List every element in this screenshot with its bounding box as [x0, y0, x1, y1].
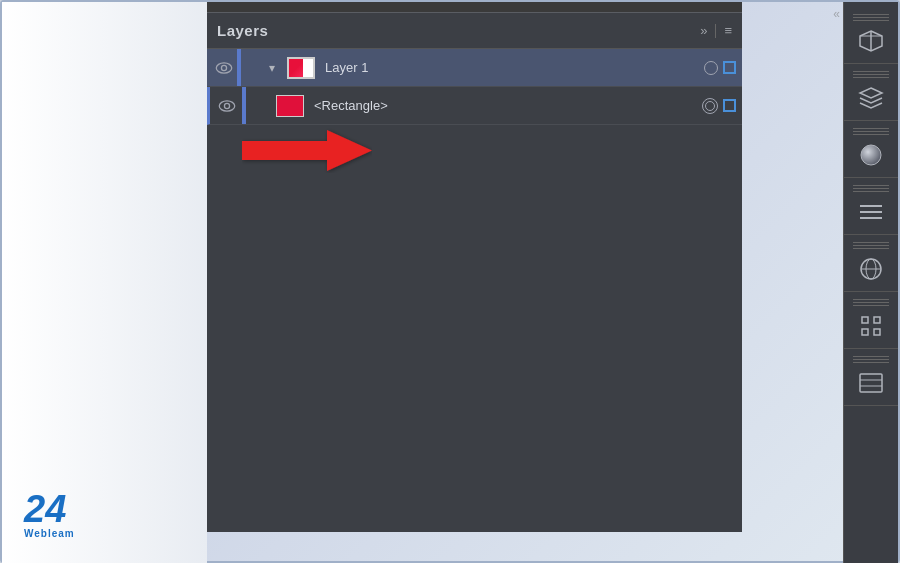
header-divider — [715, 24, 716, 38]
sphere-icon[interactable] — [855, 253, 887, 285]
rectangle-row[interactable]: <Rectangle> — [207, 87, 742, 125]
rectangle-row-icons — [702, 98, 736, 114]
layer1-expand-toggle[interactable]: ▾ — [263, 59, 281, 77]
svg-rect-20 — [860, 374, 882, 392]
rectangle-indent-bar — [242, 87, 246, 124]
left-canvas-area — [2, 2, 207, 563]
menu-icon[interactable]: ≡ — [724, 23, 732, 38]
3d-cube-icon[interactable] — [855, 25, 887, 57]
red-arrow-annotation — [242, 128, 372, 173]
layer1-square-icon[interactable] — [723, 61, 736, 74]
layer1-thumb-white — [303, 59, 313, 77]
layer1-thumbnail — [287, 57, 315, 79]
collapse-panel-icon[interactable]: « — [833, 7, 840, 21]
right-sidebar — [843, 2, 898, 563]
svg-marker-8 — [860, 88, 882, 98]
sidebar-section-transform — [844, 292, 898, 349]
layers-panel: Layers » ≡ ▾ — [207, 12, 742, 532]
svg-rect-18 — [862, 329, 868, 335]
sidebar-gripper-1 — [853, 13, 889, 21]
sidebar-section-sphere — [844, 235, 898, 292]
screenshot-container: Layers » ≡ ▾ — [0, 0, 900, 563]
layers-panel-title: Layers — [217, 22, 268, 39]
layers-stack-icon[interactable] — [855, 82, 887, 114]
sidebar-section-3d — [844, 7, 898, 64]
watermark: 24 Webleam — [24, 490, 75, 539]
top-bar — [207, 2, 742, 12]
sidebar-gripper-4 — [853, 184, 889, 192]
rectangle-square-icon[interactable] — [723, 99, 736, 112]
layers-panel-header: Layers » ≡ — [207, 13, 742, 49]
expand-icon[interactable]: » — [700, 23, 707, 38]
svg-rect-16 — [862, 317, 868, 323]
rectangle-visibility-toggle[interactable] — [216, 95, 238, 117]
layer1-active-bar — [237, 49, 241, 86]
sidebar-section-lines — [844, 178, 898, 235]
watermark-text: Webleam — [24, 528, 75, 539]
layer1-circle-icon[interactable] — [704, 61, 718, 75]
sidebar-gripper-6 — [853, 298, 889, 306]
svg-point-9 — [861, 145, 881, 165]
panel-icon[interactable] — [855, 367, 887, 399]
svg-point-1 — [221, 65, 226, 70]
sidebar-section-panel — [844, 349, 898, 406]
svg-point-3 — [224, 103, 229, 108]
sidebar-section-layers — [844, 64, 898, 121]
sidebar-gripper-2 — [853, 70, 889, 78]
svg-point-0 — [216, 62, 231, 72]
gradient-circle-icon[interactable] — [855, 139, 887, 171]
sidebar-gripper-5 — [853, 241, 889, 249]
rectangle-name: <Rectangle> — [314, 98, 702, 113]
svg-marker-4 — [242, 130, 372, 171]
sidebar-gripper-7 — [853, 355, 889, 363]
svg-rect-19 — [874, 329, 880, 335]
svg-point-2 — [219, 100, 234, 110]
layer1-row-icons — [704, 61, 736, 75]
layers-header-icons: » ≡ — [700, 23, 732, 38]
layer1-row[interactable]: ▾ Layer 1 — [207, 49, 742, 87]
transform-icon[interactable] — [855, 310, 887, 342]
sidebar-gripper-3 — [853, 127, 889, 135]
rectangle-double-circle-icon[interactable] — [702, 98, 718, 114]
layer1-name: Layer 1 — [325, 60, 704, 75]
sidebar-section-gradient — [844, 121, 898, 178]
lines-icon[interactable] — [855, 196, 887, 228]
rectangle-thumbnail — [276, 95, 304, 117]
watermark-number: 24 — [24, 490, 75, 528]
layer1-visibility-toggle[interactable] — [213, 57, 235, 79]
svg-rect-17 — [874, 317, 880, 323]
